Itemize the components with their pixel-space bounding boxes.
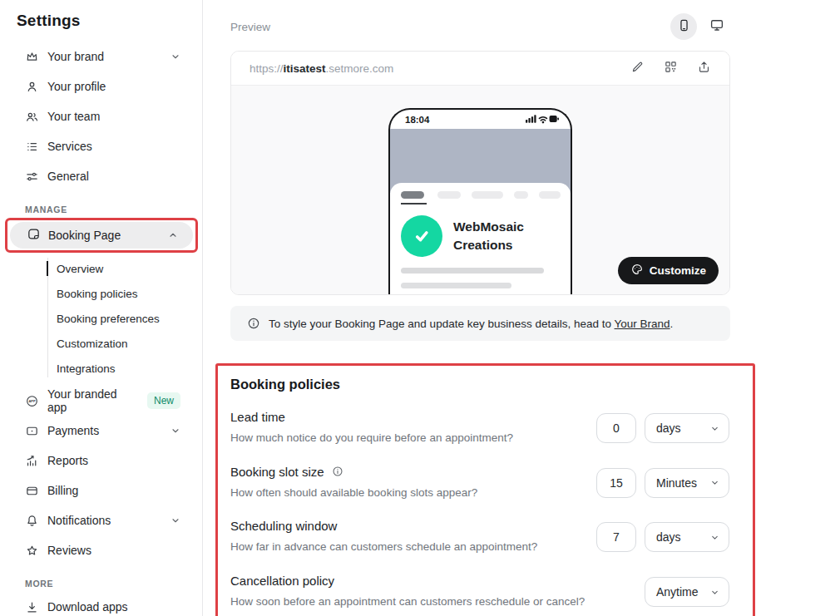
policy-description: How often should available booking slots…: [230, 484, 596, 502]
booking-policies-title: Booking policies: [230, 377, 729, 392]
booking-page-icon: [27, 227, 41, 244]
branded-app-icon: APP: [25, 394, 39, 408]
booking-page-preview-card: https://itisatest.setmore.com: [230, 51, 730, 295]
url-prefix: https://: [250, 62, 284, 75]
phone-mockup: 18:04: [388, 108, 572, 294]
sidebar-item-your-team[interactable]: Your team: [0, 101, 202, 131]
policy-row-cancellation-policy: Cancellation policy How soon before an a…: [230, 574, 729, 611]
preview-label: Preview: [230, 21, 270, 33]
chevron-down-icon: [170, 52, 180, 62]
skeleton-line: [401, 268, 544, 274]
sidebar-item-label: Billing: [47, 484, 78, 497]
device-toggles: [670, 13, 730, 40]
desktop-preview-toggle[interactable]: [704, 13, 730, 40]
submenu-item-integrations[interactable]: Integrations: [0, 356, 202, 381]
users-icon: [25, 110, 39, 124]
tab-skeleton: [437, 191, 461, 199]
booking-policies-section annotation-box-booking-policies: Booking policies Lead time How much noti…: [215, 363, 755, 616]
check-icon: [410, 224, 433, 248]
slot-size-value-input[interactable]: [596, 468, 636, 498]
policy-description: How far in advance can customers schedul…: [230, 538, 596, 556]
policy-label: Cancellation policy: [230, 574, 606, 588]
policy-row-lead-time: Lead time How much notice do you require…: [230, 410, 729, 447]
select-value: Anytime: [656, 585, 699, 599]
sidebar-item-label: Your profile: [47, 80, 106, 93]
chevron-down-icon: [710, 588, 719, 597]
business-name: WebMosaic Creations: [453, 218, 546, 254]
lead-time-value-input[interactable]: [596, 413, 636, 443]
sidebar-item-services[interactable]: Services: [0, 131, 202, 161]
policy-description: How much notice do you require before an…: [230, 429, 596, 447]
sidebar-item-booking-page[interactable]: Booking Page: [10, 222, 193, 249]
main-content: Preview https://itisat: [203, 0, 840, 616]
services-list-icon: [25, 140, 39, 154]
banner-text-after: .: [670, 318, 674, 330]
customize-button-label: Customize: [650, 264, 706, 277]
sidebar-item-payments[interactable]: Payments: [0, 416, 202, 446]
sidebar-item-label: Booking Page: [48, 229, 121, 242]
submenu-label: Integrations: [57, 362, 116, 375]
sidebar-section-manage: MANAGE: [25, 205, 202, 214]
phone-tabs-skeleton: [401, 191, 561, 205]
your-brand-link[interactable]: Your Brand: [615, 318, 670, 330]
sidebar-section-more: MORE: [25, 579, 202, 589]
chevron-down-icon: [710, 424, 719, 433]
sidebar-item-label: Reviews: [47, 544, 91, 557]
payments-card-icon: [25, 424, 39, 438]
chevron-up-icon: [168, 230, 178, 240]
mobile-preview-toggle[interactable]: [670, 13, 697, 40]
select-value: days: [656, 421, 681, 435]
tab-skeleton-active: [401, 191, 427, 205]
sidebar-item-label: Payments: [47, 424, 99, 437]
submenu-item-booking-preferences[interactable]: Booking preferences: [0, 306, 202, 331]
chevron-down-icon: [710, 478, 719, 487]
sidebar-item-reviews[interactable]: Reviews: [0, 535, 202, 565]
sidebar-item-your-branded-app[interactable]: APP Your branded app New: [0, 386, 202, 416]
scheduling-window-unit-select[interactable]: days: [645, 522, 729, 552]
notifications-bell-icon: [25, 514, 39, 528]
business-identity: WebMosaic Creations: [401, 215, 561, 257]
sliders-icon: [25, 170, 39, 184]
booking-url-bar: https://itisatest.setmore.com: [231, 52, 729, 86]
submenu-label: Customization: [57, 338, 128, 350]
pencil-icon: [630, 60, 645, 77]
share-button[interactable]: [697, 60, 711, 77]
submenu-item-customization[interactable]: Customization: [0, 331, 202, 356]
settings-sidebar: Settings Your brand Your profile Your te…: [0, 0, 203, 616]
policy-row-scheduling-window: Scheduling window How far in advance can…: [230, 519, 729, 556]
banner-text: To style your Booking Page and update ke…: [269, 318, 673, 330]
submenu-item-overview[interactable]: Overview: [0, 256, 202, 281]
qr-code-button[interactable]: [664, 60, 678, 77]
info-banner: To style your Booking Page and update ke…: [230, 306, 730, 341]
sidebar-item-label: Your team: [47, 110, 100, 123]
svg-text:APP: APP: [28, 399, 35, 403]
sidebar-item-reports[interactable]: Reports: [0, 446, 202, 476]
sidebar-item-your-profile[interactable]: Your profile: [0, 71, 202, 101]
submenu-label: Booking preferences: [57, 313, 160, 325]
customize-button[interactable]: Customize: [618, 257, 719, 284]
policy-label: Lead time: [230, 410, 596, 424]
sidebar-item-billing[interactable]: Billing: [0, 476, 202, 505]
submenu-item-booking-policies[interactable]: Booking policies: [0, 281, 202, 306]
slot-size-unit-select[interactable]: Minutes: [645, 468, 729, 498]
chevron-down-icon: [170, 515, 180, 525]
sidebar-item-label: Services: [47, 140, 92, 153]
lead-time-unit-select[interactable]: days: [645, 413, 729, 443]
cancellation-policy-select[interactable]: Anytime: [645, 577, 729, 607]
info-icon[interactable]: [332, 466, 343, 477]
scheduling-window-value-input[interactable]: [596, 522, 636, 552]
reviews-star-icon: [25, 544, 39, 558]
url-suffix: .setmore.com: [326, 62, 394, 75]
url-subdomain: itisatest: [284, 62, 326, 75]
phone-content-card: WebMosaic Creations: [390, 183, 571, 288]
phone-icon: [677, 18, 691, 36]
sidebar-item-label: Download apps: [47, 600, 128, 614]
edit-url-button[interactable]: [630, 60, 645, 77]
sidebar-item-download-apps[interactable]: Download apps: [0, 592, 202, 616]
reports-chart-icon: [25, 454, 39, 468]
sidebar-item-notifications[interactable]: Notifications: [0, 505, 202, 535]
sidebar-item-your-brand[interactable]: Your brand: [0, 42, 202, 71]
policy-description: How soon before an appointment can custo…: [230, 593, 606, 611]
sidebar-item-general[interactable]: General: [0, 161, 202, 191]
submenu-label: Overview: [57, 263, 103, 275]
